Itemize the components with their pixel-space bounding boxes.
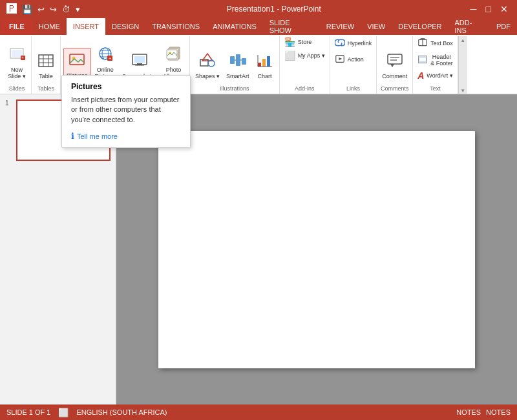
- ribbon-group-tables-items: Table: [34, 36, 58, 84]
- minimize-button[interactable]: ─: [467, 4, 481, 14]
- new-slide-button[interactable]: + NewSlide ▾: [5, 43, 28, 81]
- window-title: Presentation1 - PowerPoint: [81, 5, 467, 14]
- svg-rect-4: [39, 55, 53, 67]
- comments-group-label: Comments: [381, 84, 409, 94]
- addins-group-label: Add-ins: [295, 84, 315, 94]
- svg-rect-19: [134, 56, 145, 63]
- tab-insert[interactable]: INSERT: [67, 18, 105, 35]
- svg-text:+: +: [21, 56, 24, 60]
- slides-group-label: Slides: [9, 84, 25, 94]
- tab-home[interactable]: HOME: [32, 18, 67, 35]
- title-bar-left: 🅿 💾 ↩ ↪ ⏱ ▾: [5, 3, 81, 15]
- shapes-icon: [198, 51, 216, 72]
- slide-number: 1: [5, 100, 9, 107]
- tab-design[interactable]: DESIGN: [105, 18, 145, 35]
- chart-icon: [256, 51, 274, 72]
- svg-rect-31: [242, 58, 246, 65]
- chart-button[interactable]: Chart: [253, 49, 277, 81]
- pictures-icon: [68, 50, 86, 71]
- status-right: NOTES NOTES: [456, 408, 511, 416]
- ribbon-group-addins-items: 🏪 Store ⬜ My Apps ▾: [282, 36, 327, 84]
- wordart-icon: A: [417, 71, 424, 80]
- table-icon: [37, 52, 54, 72]
- comment-button[interactable]: Comment: [379, 49, 410, 81]
- maximize-button[interactable]: □: [482, 4, 495, 14]
- ribbon-group-illustrations-items: Shapes ▾ SmartArt: [193, 36, 277, 84]
- action-button[interactable]: Action: [333, 52, 366, 67]
- smartart-button[interactable]: SmartArt: [224, 49, 252, 81]
- ribbon-group-links: Hyperlink Action Links: [330, 36, 377, 94]
- ribbon-group-text-items: Text Box Header& Footer A WordArt ▾: [416, 36, 455, 84]
- table-button[interactable]: Table: [34, 50, 58, 81]
- ribbon-group-addins: 🏪 Store ⬜ My Apps ▾ Add-ins: [280, 36, 330, 94]
- svg-rect-1: [12, 50, 22, 57]
- text-box-icon: [417, 37, 428, 49]
- photo-album-icon: [165, 45, 183, 65]
- new-slide-icon: +: [8, 45, 26, 65]
- tab-developer[interactable]: DEVELOPER: [392, 18, 448, 35]
- ribbon-group-links-items: Hyperlink Action: [333, 36, 374, 84]
- timer-icon[interactable]: ⏱: [61, 5, 72, 14]
- title-bar: 🅿 💾 ↩ ↪ ⏱ ▾ Presentation1 - PowerPoint ─…: [0, 0, 517, 18]
- close-button[interactable]: ✕: [496, 4, 512, 14]
- svg-marker-40: [339, 58, 342, 61]
- tables-group-label: Tables: [37, 84, 54, 94]
- svg-rect-41: [388, 54, 402, 64]
- powerpoint-logo-icon: 🅿: [5, 3, 18, 15]
- tab-review[interactable]: REVIEW: [320, 18, 361, 35]
- wordart-label: WordArt ▾: [427, 72, 452, 79]
- save-icon[interactable]: 💾: [21, 5, 34, 14]
- text-box-button[interactable]: Text Box: [416, 36, 455, 50]
- svg-rect-21: [135, 65, 144, 66]
- tooltip-link[interactable]: ℹ Tell me more: [71, 131, 181, 141]
- action-label: Action: [348, 56, 364, 63]
- my-apps-icon: ⬜: [284, 51, 295, 60]
- customize-icon[interactable]: ▾: [74, 5, 81, 14]
- header-footer-button[interactable]: Header& Footer: [416, 52, 455, 68]
- status-left: SLIDE 1 OF 1 ⬜ ENGLISH (SOUTH AFRICA): [6, 408, 167, 417]
- tab-pdf[interactable]: PDF: [490, 18, 517, 35]
- new-slide-label: NewSlide ▾: [8, 67, 26, 79]
- ribbon-scroll[interactable]: ▲ ▼: [458, 36, 467, 94]
- ribbon-group-illustrations: Shapes ▾ SmartArt: [190, 36, 280, 94]
- tooltip-body: Insert pictures from your computer or fr…: [71, 95, 181, 125]
- my-apps-button[interactable]: ⬜ My Apps ▾: [282, 50, 327, 61]
- tab-view[interactable]: VIEW: [361, 18, 392, 35]
- store-icon: 🏪: [284, 37, 295, 47]
- svg-rect-51: [419, 56, 427, 58]
- my-apps-label: My Apps ▾: [298, 52, 325, 59]
- header-footer-icon: [417, 54, 428, 66]
- comment-icon: [386, 51, 404, 72]
- tab-transitions[interactable]: TRANSITIONS: [145, 18, 206, 35]
- hyperlink-label: Hyperlink: [348, 40, 372, 47]
- wordart-button[interactable]: A WordArt ▾: [416, 70, 454, 81]
- shapes-button[interactable]: Shapes ▾: [193, 49, 222, 81]
- hyperlink-icon: [335, 37, 345, 49]
- smartart-label: SmartArt: [226, 73, 249, 79]
- tab-slideshow[interactable]: SLIDE SHOW: [263, 18, 320, 35]
- chart-label: Chart: [258, 73, 272, 79]
- tab-animations[interactable]: ANIMATIONS: [206, 18, 263, 35]
- tooltip-title: Pictures: [71, 82, 181, 91]
- notes-label[interactable]: NOTES: [486, 408, 511, 416]
- svg-rect-30: [236, 54, 240, 66]
- info-icon: ℹ: [71, 131, 74, 141]
- header-footer-label: Header& Footer: [430, 54, 453, 67]
- slide-count: SLIDE 1 OF 1: [6, 408, 50, 416]
- ribbon-group-tables: Table Tables: [32, 36, 61, 94]
- slide-canvas[interactable]: [158, 131, 475, 368]
- comment-label: Comment: [382, 73, 407, 79]
- pictures-tooltip: Pictures Insert pictures from your compu…: [61, 75, 191, 148]
- undo-icon[interactable]: ↩: [36, 5, 46, 14]
- tab-addins[interactable]: ADD-INS: [448, 18, 491, 35]
- ribbon: + NewSlide ▾ Slides T: [0, 35, 517, 94]
- store-label: Store: [298, 39, 312, 45]
- store-button[interactable]: 🏪 Store: [282, 36, 314, 48]
- tab-file[interactable]: FILE: [1, 18, 32, 35]
- redo-icon[interactable]: ↪: [48, 5, 58, 14]
- hyperlink-button[interactable]: Hyperlink: [333, 36, 374, 50]
- links-group-label: Links: [346, 84, 360, 94]
- notes-button[interactable]: NOTES: [456, 408, 481, 416]
- accessibility-icon: ⬜: [58, 408, 69, 417]
- language: ENGLISH (SOUTH AFRICA): [76, 408, 167, 416]
